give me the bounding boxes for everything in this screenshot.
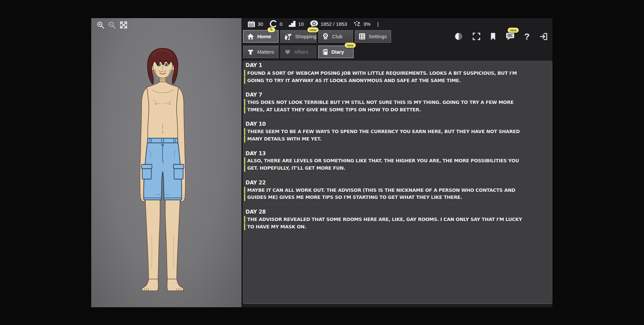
character-portrait (129, 47, 196, 292)
diary-blank-row (243, 201, 552, 208)
diary-day-header: DAY 13 (243, 150, 552, 157)
diary-blank-row (243, 84, 552, 91)
diary-day-header: DAY 10 (243, 120, 552, 128)
checklist-icon (359, 33, 366, 40)
diary-entry-line: THE ADVISOR REVEALED THAT SOME ROOMS HER… (243, 216, 552, 223)
diary-entry-line: ALSO, THERE ARE LEVELS OR SOMETHING LIKE… (243, 157, 552, 164)
heart-icon (284, 49, 291, 55)
new-badge: new (507, 28, 519, 33)
diary-entry-line: GUIDES ME) GIVES ME MORE TIPS SO I'M STA… (243, 194, 552, 201)
diary-entry-line: MANY DETAILS WITH ME YET. (243, 135, 552, 143)
diary-icon (322, 48, 328, 56)
tab-affairs-label: Affairs (294, 49, 308, 55)
diary-rows: DAY 1FOUND A SORT OF WEBCAM POSING JOB W… (243, 62, 552, 303)
diary-entry-line: GOING TO TRY IT ANYWAY AS IT LOOKS ANONY… (243, 77, 552, 84)
diary-entry-line: GET. HOPEFULLY, IT'LL GET MORE FUN. (243, 164, 552, 172)
status-currency-value: 0 (280, 21, 282, 27)
diary-entry-line: THIS DOES NOT LOOK TERRIBLE BUT I'M STIL… (243, 99, 552, 106)
messages-icon[interactable]: new (505, 32, 515, 41)
edit-badge: ✎ (267, 27, 275, 33)
diary-entry-line: MAYBE IT CAN ALL WORK OUT. THE ADVISOR (… (243, 186, 552, 194)
tab-home-label: Home (257, 34, 271, 39)
contrast-icon[interactable] (454, 32, 463, 41)
tab-settings[interactable]: Settings (355, 30, 391, 43)
diary-blank-row (243, 289, 552, 296)
diary-day-header: DAY 7 (243, 91, 552, 99)
tab-shopping-label: Shopping (295, 34, 316, 39)
diary-blank-row (243, 245, 552, 252)
diary-blank-row (243, 143, 552, 150)
status-bar: 30 0 10 (242, 18, 552, 30)
help-icon[interactable]: ? (524, 32, 530, 41)
webcam-icon (322, 33, 329, 40)
diary-blank-row (243, 252, 552, 260)
tab-shopping[interactable]: Shopping new (280, 30, 316, 43)
secondary-tab-row: Matters Affairs (243, 46, 354, 58)
status-chance: 3% (353, 20, 371, 28)
tab-diary[interactable]: Diary new (318, 46, 354, 58)
diary-entry-line: FOUND A SORT OF WEBCAM POSING JOB WITH L… (243, 69, 552, 77)
status-level-value: 10 (298, 21, 304, 27)
diary-day-header: DAY 28 (243, 208, 552, 216)
tshirt-icon (247, 49, 254, 55)
status-currency: 0 (269, 20, 282, 28)
diary-day-header: DAY 1 (243, 62, 552, 69)
diary-day-header: DAY 22 (243, 179, 552, 186)
calendar-icon (248, 20, 255, 28)
tab-settings-label: Settings (369, 34, 387, 39)
fit-view-icon[interactable] (119, 20, 128, 30)
new-badge: new (307, 27, 319, 33)
status-days: 30 (248, 20, 263, 28)
main-ui-column: 30 0 10 (241, 18, 552, 307)
primary-tab-row: Home ✎ Shopping new (243, 30, 391, 43)
viewer-controls (96, 20, 128, 30)
diary-blank-row (243, 274, 552, 281)
tab-club-label: Club (332, 34, 342, 39)
zoom-out-icon[interactable] (108, 21, 116, 29)
tab-diary-label: Diary (331, 49, 344, 55)
status-level: 10 (288, 20, 304, 27)
home-icon (247, 33, 254, 40)
star-bubble-icon (310, 20, 318, 28)
diary-blank-row (243, 267, 552, 274)
diary-panel[interactable]: DAY 1FOUND A SORT OF WEBCAM POSING JOB W… (243, 61, 552, 304)
diary-blank-row (243, 281, 552, 289)
bookmark-icon[interactable] (490, 32, 496, 41)
fullscreen-icon[interactable] (472, 32, 481, 41)
diary-blank-row (243, 113, 552, 121)
diary-blank-row (243, 237, 552, 245)
status-days-value: 30 (258, 21, 263, 27)
shopping-icon (284, 33, 292, 40)
diary-blank-row (243, 230, 552, 237)
steps-icon (288, 20, 296, 27)
diary-blank-row (243, 172, 552, 179)
status-star-points: 1852 / 1853 (310, 20, 347, 28)
game-area: 30 0 10 (91, 18, 552, 307)
status-chance-value: 3% (363, 21, 371, 27)
character-panel (91, 18, 241, 307)
diary-entry-line: TO HAVE MY MASK ON. (243, 223, 552, 230)
status-star-points-value: 1852 / 1853 (321, 21, 347, 27)
diary-entry-line: TIMES, AT LEAST THEY GIVE ME SOME TIPS O… (243, 106, 552, 113)
diary-blank-row (243, 296, 552, 304)
game-window: 30 0 10 (0, 0, 644, 325)
tab-matters-label: Matters (257, 49, 274, 55)
diary-entry-line: THERE SEEM TO BE A FEW WAYS TO SPEND THE… (243, 128, 552, 135)
tab-club[interactable]: Club (318, 30, 353, 43)
status-cursor: | (377, 21, 379, 27)
window-controls: new ? (454, 30, 548, 43)
exit-icon[interactable] (539, 32, 548, 41)
new-badge: new (344, 43, 356, 48)
diary-blank-row (243, 260, 552, 267)
tab-affairs: Affairs (280, 46, 316, 58)
zoom-in-icon[interactable] (96, 21, 105, 29)
tab-matters[interactable]: Matters (243, 46, 278, 58)
c-coin-icon (269, 20, 277, 28)
sparkle-icon (353, 20, 361, 28)
tab-home[interactable]: Home ✎ (243, 30, 278, 43)
